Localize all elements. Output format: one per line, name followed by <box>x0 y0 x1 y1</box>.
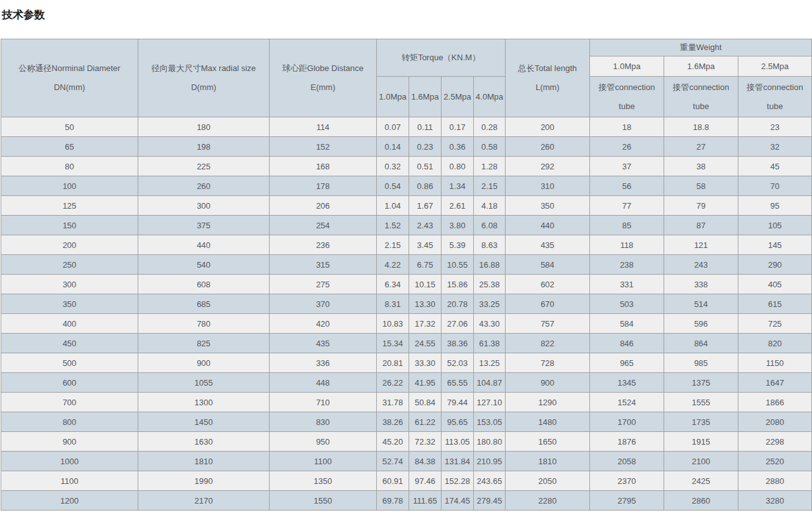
header-globe-distance: 球心距Globe Distance E(mm) <box>270 39 377 117</box>
table-body: 501801140.070.110.170.282001818.82365198… <box>1 117 812 511</box>
table-cell: 105 <box>738 216 812 235</box>
table-cell: 1375 <box>664 373 738 393</box>
table-cell: 2795 <box>590 491 664 511</box>
table-cell: 448 <box>270 373 377 393</box>
table-row: 651981520.140.230.360.58260262732 <box>1 137 812 157</box>
table-row: 12002170155069.78111.65174.45279.4522802… <box>1 491 812 511</box>
table-cell: 79 <box>664 196 738 216</box>
table-cell: 16.88 <box>474 255 506 275</box>
table-header: 公称通径Norminal Diameter DN(mm) 径向最大尺寸Max r… <box>1 39 812 117</box>
table-cell: 56 <box>590 176 664 196</box>
table-cell: 435 <box>270 334 377 353</box>
table-cell: 243 <box>664 255 738 275</box>
table-cell: 0.28 <box>474 117 506 137</box>
table-cell: 350 <box>1 294 138 314</box>
table-cell: 37 <box>590 157 664 176</box>
table-cell: 2880 <box>738 471 812 491</box>
table-cell: 728 <box>506 353 590 373</box>
table-cell: 1.67 <box>409 196 442 216</box>
table-cell: 2520 <box>738 452 812 471</box>
table-cell: 1550 <box>270 491 377 511</box>
table-cell: 27.06 <box>442 314 474 334</box>
table-cell: 10.55 <box>442 255 474 275</box>
header-line: DN(mm) <box>1 78 138 97</box>
header-weight-pressure-2.5mpa: 2.5Mpa <box>738 56 812 77</box>
header-connection-tube: 接管connection tube <box>664 77 738 117</box>
table-cell: 210.95 <box>474 452 506 471</box>
table-cell: 6.75 <box>409 255 442 275</box>
table-cell: 2050 <box>506 471 590 491</box>
table-cell: 3280 <box>738 491 812 511</box>
table-cell: 2425 <box>664 471 738 491</box>
table-cell: 38 <box>664 157 738 176</box>
table-cell: 780 <box>138 314 270 334</box>
table-cell: 13.30 <box>409 294 442 314</box>
table-cell: 33.25 <box>474 294 506 314</box>
table-cell: 0.17 <box>442 117 474 137</box>
table-row: 802251680.320.510.801.28292373845 <box>1 157 812 176</box>
table-cell: 127.10 <box>474 393 506 412</box>
table-cell: 725 <box>738 314 812 334</box>
table-cell: 1100 <box>1 471 138 491</box>
table-cell: 420 <box>270 314 377 334</box>
table-cell: 584 <box>506 255 590 275</box>
table-cell: 80 <box>1 157 138 176</box>
header-torque-pressure-1.0mpa: 1.0Mpa <box>377 77 409 117</box>
header-torque-pressure-2.5mpa: 2.5Mpa <box>442 77 474 117</box>
table-cell: 20.78 <box>442 294 474 314</box>
table-cell: 0.54 <box>377 176 409 196</box>
table-cell: 58 <box>664 176 738 196</box>
table-cell: 61.22 <box>409 412 442 432</box>
header-line: tube <box>738 97 811 116</box>
table-cell: 60.91 <box>377 471 409 491</box>
table-cell: 121 <box>664 235 738 255</box>
table-row: 2505403154.226.7510.5516.88584238243290 <box>1 255 812 275</box>
table-cell: 2100 <box>664 452 738 471</box>
table-cell: 260 <box>506 137 590 157</box>
table-cell: 290 <box>738 255 812 275</box>
header-total-length: 总长Total length L(mm) <box>506 39 590 117</box>
table-cell: 85 <box>590 216 664 235</box>
table-cell: 114 <box>270 117 377 137</box>
table-cell: 300 <box>1 275 138 294</box>
header-line: tube <box>664 97 738 116</box>
table-cell: 1100 <box>270 452 377 471</box>
table-cell: 2080 <box>738 412 812 432</box>
table-cell: 0.58 <box>474 137 506 157</box>
table-cell: 15.86 <box>442 275 474 294</box>
table-cell: 5.39 <box>442 235 474 255</box>
table-row: 900163095045.2072.32113.05180.8016501876… <box>1 432 812 452</box>
table-cell: 1555 <box>664 393 738 412</box>
header-max-radial-size: 径向最大尺寸Max radial size D(mm) <box>138 39 270 117</box>
table-cell: 2.15 <box>377 235 409 255</box>
table-cell: 131.84 <box>442 452 474 471</box>
table-cell: 84.38 <box>409 452 442 471</box>
table-cell: 310 <box>506 176 590 196</box>
table-cell: 370 <box>270 294 377 314</box>
table-cell: 254 <box>270 216 377 235</box>
table-cell: 600 <box>1 373 138 393</box>
table-cell: 1630 <box>138 432 270 452</box>
table-cell: 275 <box>270 275 377 294</box>
table-cell: 2860 <box>664 491 738 511</box>
table-cell: 10.15 <box>409 275 442 294</box>
table-cell: 198 <box>138 137 270 157</box>
table-cell: 1647 <box>738 373 812 393</box>
header-line: 球心距Globe Distance <box>270 59 376 78</box>
table-cell: 1700 <box>590 412 664 432</box>
table-cell: 822 <box>506 334 590 353</box>
table-cell: 1.04 <box>377 196 409 216</box>
table-cell: 10.83 <box>377 314 409 334</box>
table-cell: 2.15 <box>474 176 506 196</box>
table-row: 11001990135060.9197.46152.28243.65205023… <box>1 471 812 491</box>
table-cell: 17.32 <box>409 314 442 334</box>
table-row: 1503752541.522.433.806.084408587105 <box>1 216 812 235</box>
table-cell: 800 <box>1 412 138 432</box>
table-cell: 180.80 <box>474 432 506 452</box>
table-cell: 1200 <box>1 491 138 511</box>
header-line: 接管connection <box>664 78 738 97</box>
table-cell: 24.55 <box>409 334 442 353</box>
header-torque-pressure-4.0mpa: 4.0Mpa <box>474 77 506 117</box>
table-cell: 27 <box>664 137 738 157</box>
table-cell: 43.30 <box>474 314 506 334</box>
